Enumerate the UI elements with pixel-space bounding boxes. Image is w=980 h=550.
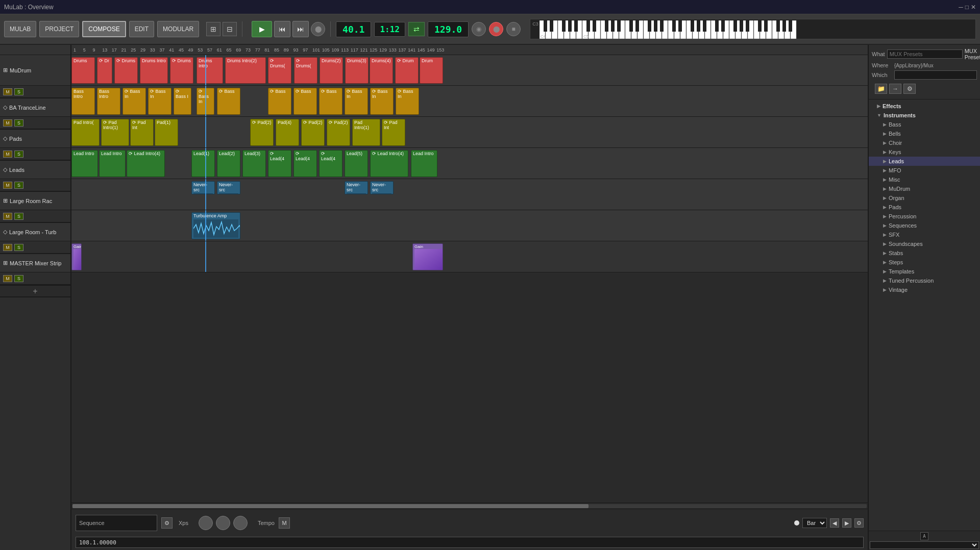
solo-btn-lrt[interactable]: S xyxy=(14,244,23,251)
close-icon[interactable]: ✕ xyxy=(971,4,976,11)
clip-master-gain1[interactable]: Gain xyxy=(71,243,82,270)
clip-bass-1[interactable]: Bass Intro xyxy=(71,88,95,115)
arrow-icon-btn[interactable]: → xyxy=(889,84,901,94)
clip-leads-4a[interactable]: ⟳ Lead(4 xyxy=(268,150,291,177)
play-button[interactable]: ▶ xyxy=(252,21,272,37)
minimize-icon[interactable]: ─ xyxy=(959,4,963,11)
mute-btn-mudrums[interactable]: M xyxy=(3,88,12,95)
piano-keyboard[interactable]: C3 /* svg rendered below */ xyxy=(530,19,976,39)
tree-item-steps[interactable]: ▶Steps xyxy=(869,258,980,267)
clip-pads-4[interactable]: Pad(1) xyxy=(155,119,178,146)
clip-drums-13[interactable]: ⟳ Drum xyxy=(395,57,419,84)
clip-master-gain2[interactable]: Gain xyxy=(412,243,443,270)
clip-pads-6[interactable]: Pad(4) xyxy=(276,119,299,146)
grid-icon[interactable]: ⊞ xyxy=(206,22,220,36)
clip-leads-1[interactable]: Lead(1) xyxy=(191,150,215,177)
tree-item-bass[interactable]: ▶Bass xyxy=(869,120,980,129)
tree-item-organ[interactable]: ▶Organ xyxy=(869,193,980,203)
modular-button[interactable]: MODULAR xyxy=(157,21,199,37)
tree-item-leads[interactable]: ▶Leads xyxy=(869,157,980,166)
clip-drums-11[interactable]: Drums(3) xyxy=(345,57,369,84)
clip-pads-10[interactable]: ⟳ Pad Int xyxy=(382,119,405,146)
edit-button[interactable]: EDIT xyxy=(129,21,154,37)
mulab-button[interactable]: MULAB xyxy=(4,21,36,37)
clip-bass-4[interactable]: ⟳ Bass In xyxy=(148,88,172,115)
clip-pads-3[interactable]: ⟳ Pad Int xyxy=(130,119,154,146)
clip-bass-5[interactable]: ⟳ Bass I xyxy=(174,88,191,115)
mini-play1[interactable] xyxy=(199,516,213,530)
record-armed[interactable]: ⬤ xyxy=(489,22,503,36)
clip-pads-1[interactable]: Pad Intro( xyxy=(71,119,100,146)
tree-item-percussion[interactable]: ▶Percussion xyxy=(869,212,980,221)
tree-item-mudrum[interactable]: ▶MuDrum xyxy=(869,184,980,193)
rewind-button[interactable]: ⏮ xyxy=(274,21,290,37)
add-track-button[interactable]: + xyxy=(0,285,70,296)
tree-item-sequences[interactable]: ▶Sequences xyxy=(869,221,980,230)
clip-drums-12[interactable]: Drums(4) xyxy=(370,57,393,84)
mute-btn-lrr[interactable]: M xyxy=(3,213,12,220)
tree-item-misc[interactable]: ▶Misc xyxy=(869,175,980,184)
mute-btn-master[interactable]: M xyxy=(3,275,12,282)
record-button[interactable]: ⬤ xyxy=(311,22,325,36)
hscroll-track[interactable] xyxy=(72,504,867,508)
mute-btn-pads[interactable]: M xyxy=(3,151,12,158)
solo-btn-bass[interactable]: S xyxy=(14,119,23,127)
tree-item-keys[interactable]: ▶Keys xyxy=(869,147,980,157)
tree-item-templates[interactable]: ▶Templates xyxy=(869,267,980,276)
clip-leads-intro2[interactable]: Lead Intro xyxy=(99,150,126,177)
clip-leads-2[interactable]: Lead(2) xyxy=(217,150,240,177)
maximize-icon[interactable]: □ xyxy=(965,4,969,11)
clip-bass-8[interactable]: ⟳ Bass xyxy=(268,88,291,115)
clip-audio-3[interactable]: Never-src xyxy=(345,181,368,194)
clip-bass-12[interactable]: ⟳ Bass In xyxy=(370,88,394,115)
clip-drums-6[interactable]: Drums Intro xyxy=(197,57,223,84)
clip-drums-9[interactable]: ⟳ Drums( xyxy=(294,57,317,84)
bar-next-btn[interactable]: ▶ xyxy=(842,518,851,528)
clip-bass-2[interactable]: Bass Intro xyxy=(97,88,120,115)
mute-btn-leads[interactable]: M xyxy=(3,182,12,189)
note-select[interactable] xyxy=(870,541,979,549)
clip-bass-11[interactable]: ⟳ Bass In xyxy=(345,88,368,115)
tree-item-mfo[interactable]: ▶MFO xyxy=(869,166,980,175)
clip-leads-intro5[interactable]: Lead Intro xyxy=(411,150,437,177)
forward-button[interactable]: ⏭ xyxy=(292,21,309,37)
mini-play3[interactable] xyxy=(233,516,248,530)
clip-bass-9[interactable]: ⟳ Bass xyxy=(293,88,317,115)
tree-item-vintage[interactable]: ▶Vintage xyxy=(869,285,980,294)
clip-leads-intro4[interactable]: ⟳ Lead Intro(4) xyxy=(370,150,408,177)
tempo-toggle-btn[interactable]: M xyxy=(279,517,290,529)
project-button[interactable]: PROJECT xyxy=(39,21,79,37)
mini-play2[interactable] xyxy=(216,516,230,530)
clip-audio-1[interactable]: Never-src xyxy=(191,181,215,194)
clip-audio-4[interactable]: Never-src xyxy=(370,181,394,194)
stop-button[interactable]: ■ xyxy=(506,22,521,36)
solo-btn-pads[interactable]: S xyxy=(14,151,23,158)
solo-btn-master[interactable]: S xyxy=(14,275,23,282)
clip-pads-7[interactable]: ⟳ Pad(2) xyxy=(301,119,325,146)
tree-item-stabs[interactable]: ▶Stabs xyxy=(869,248,980,258)
solo-btn-leads[interactable]: S xyxy=(14,182,23,189)
split-icon[interactable]: ⊟ xyxy=(223,22,237,36)
clip-pads-8[interactable]: ⟳ Pad(2) xyxy=(327,119,350,146)
loop-button[interactable]: ⇄ xyxy=(408,22,425,36)
clip-drums-7[interactable]: Drums Intro(2) xyxy=(225,57,266,84)
settings-icon-btn[interactable]: ⚙ xyxy=(903,84,916,94)
clip-pads-2[interactable]: ⟳ Pad Intro(1) xyxy=(101,119,129,146)
bar-prev-btn[interactable]: ◀ xyxy=(830,518,839,528)
clip-audio-2[interactable]: Never-src xyxy=(217,181,240,194)
clip-drums-14[interactable]: Drum xyxy=(420,57,443,84)
clip-leads-4b[interactable]: ⟳ Lead(4 xyxy=(293,150,317,177)
clip-drums-4[interactable]: Drums Intro xyxy=(140,57,168,84)
clip-bass-10[interactable]: ⟳ Bass xyxy=(319,88,342,115)
clip-drums-3[interactable]: ⟳ Drums xyxy=(114,57,138,84)
what-input[interactable] xyxy=(887,49,963,59)
folder-icon-btn[interactable]: 📁 xyxy=(875,84,887,94)
clip-pads-5[interactable]: ⟳ Pad(2) xyxy=(250,119,274,146)
clip-drums-5[interactable]: ⟳ Drums xyxy=(170,57,193,84)
solo-btn-mudrums[interactable]: S xyxy=(14,88,23,95)
clip-bass-13[interactable]: ⟳ Bass In xyxy=(396,88,419,115)
which-input[interactable] xyxy=(894,70,977,80)
clip-drums-10[interactable]: Drums(2) xyxy=(320,57,343,84)
clip-leads-5[interactable]: Lead(5) xyxy=(345,150,368,177)
tree-item-instruments[interactable]: ▼Instruments xyxy=(869,111,980,120)
